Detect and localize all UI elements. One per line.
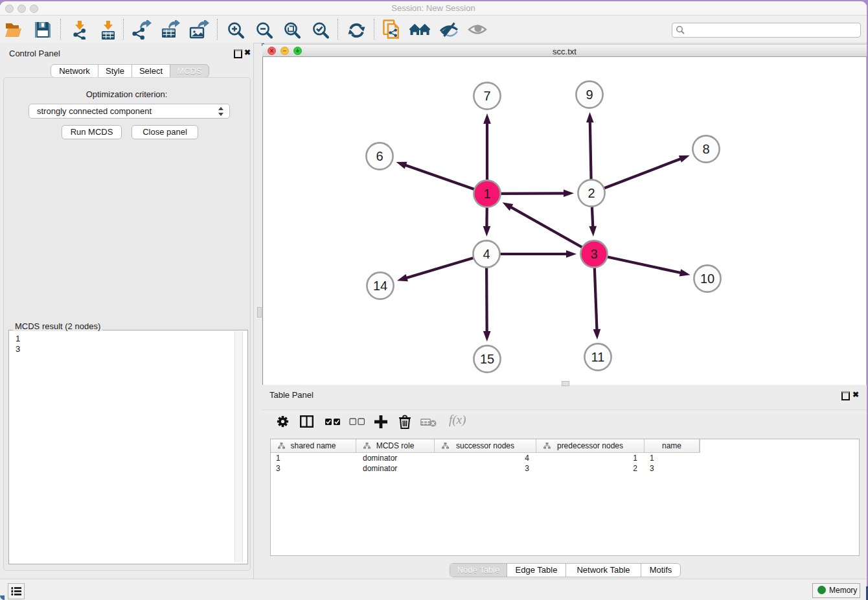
svg-text:10: 10 xyxy=(700,271,714,286)
svg-text:7: 7 xyxy=(483,89,490,103)
svg-text:1: 1 xyxy=(483,187,490,201)
svg-text:3: 3 xyxy=(590,247,597,261)
svg-text:6: 6 xyxy=(376,149,383,163)
svg-text:4: 4 xyxy=(483,247,490,261)
svg-text:11: 11 xyxy=(591,350,605,364)
svg-text:14: 14 xyxy=(373,279,387,293)
svg-text:8: 8 xyxy=(702,142,709,156)
svg-text:9: 9 xyxy=(586,87,593,102)
svg-text:2: 2 xyxy=(588,186,595,200)
svg-text:15: 15 xyxy=(480,352,494,366)
